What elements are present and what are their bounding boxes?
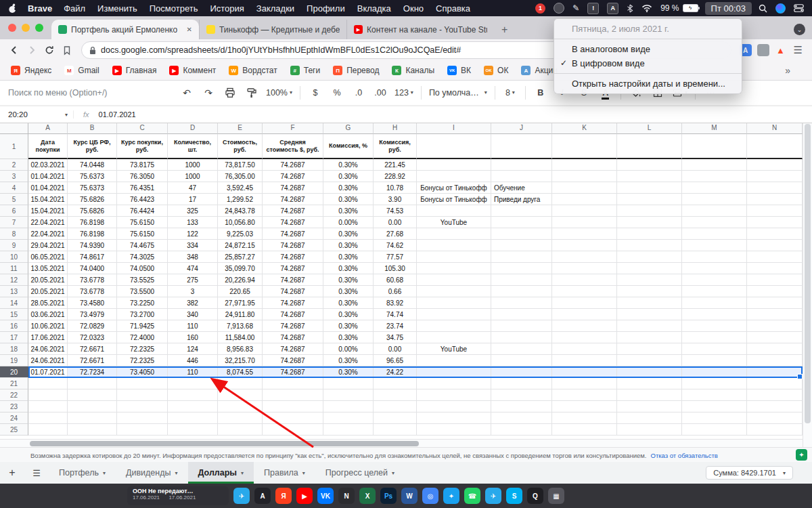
cell[interactable]: 1,299.52 xyxy=(218,194,263,205)
cell[interactable] xyxy=(682,424,747,436)
cell[interactable] xyxy=(747,286,803,297)
cell[interactable] xyxy=(682,297,747,309)
cell[interactable] xyxy=(747,217,803,228)
cell[interactable] xyxy=(552,205,617,217)
cell[interactable]: 34.75 xyxy=(374,332,417,343)
menubar-menu[interactable]: Файл xyxy=(58,3,91,14)
cell[interactable] xyxy=(68,389,117,401)
cell[interactable] xyxy=(682,251,747,263)
explore-button[interactable]: ✦ xyxy=(796,449,807,461)
cell[interactable] xyxy=(617,309,682,320)
forward-button[interactable] xyxy=(23,41,41,59)
bluetooth-icon[interactable] xyxy=(623,0,637,16)
notification-badge-icon[interactable]: 1 xyxy=(535,3,545,14)
cell[interactable] xyxy=(682,320,747,332)
cell[interactable] xyxy=(552,171,617,182)
cell[interactable]: 22.04.2021 xyxy=(28,228,68,240)
cell[interactable] xyxy=(682,205,747,217)
close-window-button[interactable] xyxy=(8,24,16,32)
cell[interactable]: 20,226.94 xyxy=(218,274,263,286)
cell[interactable] xyxy=(617,332,682,343)
cell[interactable] xyxy=(617,263,682,274)
row-header-18[interactable]: 18 xyxy=(0,343,28,355)
cell[interactable] xyxy=(417,263,491,274)
cell[interactable] xyxy=(417,424,491,436)
cell[interactable] xyxy=(552,134,617,159)
menubar-menu[interactable]: Справка xyxy=(430,3,476,14)
cell[interactable]: 474 xyxy=(168,263,218,274)
row-header-8[interactable]: 8 xyxy=(0,228,28,240)
cell[interactable] xyxy=(747,309,803,320)
cell[interactable] xyxy=(374,424,417,436)
more-formats-button[interactable]: 123 ▾ xyxy=(391,84,417,102)
column-header-N[interactable]: N xyxy=(747,122,803,134)
cell[interactable]: YouTube xyxy=(417,217,491,228)
skype-dock-icon[interactable]: S xyxy=(506,488,522,504)
cell[interactable]: 446 xyxy=(168,355,218,366)
cell[interactable]: 0.30% xyxy=(323,251,374,263)
clock-menu-item[interactable]: Пт 00:03 xyxy=(705,2,752,15)
horizontal-scrollbar-thumb[interactable] xyxy=(30,441,419,446)
cell[interactable] xyxy=(218,424,263,436)
cell[interactable] xyxy=(617,171,682,182)
cell[interactable] xyxy=(491,205,552,217)
row-header-16[interactable]: 16 xyxy=(0,320,28,332)
cell[interactable]: 83.92 xyxy=(374,297,417,309)
cell[interactable]: 73.5500 xyxy=(117,286,168,297)
cell[interactable]: 0.30% xyxy=(323,263,374,274)
zoom-window-button[interactable] xyxy=(35,24,43,32)
cell[interactable] xyxy=(552,240,617,251)
cell[interactable] xyxy=(682,171,747,182)
cell[interactable] xyxy=(168,424,218,436)
cell[interactable]: Курс покупки, руб. xyxy=(117,134,168,159)
chrome-dock-icon[interactable]: ◎ xyxy=(422,488,438,504)
cell[interactable] xyxy=(747,366,803,378)
cell[interactable] xyxy=(552,309,617,320)
cell[interactable]: 220.65 xyxy=(218,286,263,297)
cell[interactable]: 76.4423 xyxy=(117,194,168,205)
bookmark-item[interactable]: ▶Главная xyxy=(112,66,157,75)
cell[interactable] xyxy=(747,332,803,343)
cell[interactable]: 03.06.2021 xyxy=(28,309,68,320)
cell[interactable] xyxy=(617,343,682,355)
cell[interactable] xyxy=(374,401,417,412)
format-currency-button[interactable]: $ xyxy=(304,84,326,102)
excel-dock-icon[interactable]: X xyxy=(359,488,376,504)
cell[interactable] xyxy=(682,401,747,412)
cell[interactable]: 133 xyxy=(168,217,218,228)
telegram-2-dock-icon[interactable]: ✈ xyxy=(485,488,501,504)
cell[interactable] xyxy=(682,182,747,194)
cell[interactable]: 11,584.00 xyxy=(218,332,263,343)
cell[interactable]: 74.2687 xyxy=(263,355,323,366)
cell[interactable]: 75.6373 xyxy=(68,182,117,194)
column-header-G[interactable]: G xyxy=(323,122,374,134)
cell[interactable]: 0.30% xyxy=(323,355,374,366)
apple-menu-icon[interactable] xyxy=(8,3,17,14)
cell[interactable]: 24.22 xyxy=(374,366,417,378)
menu-item-datetime-settings[interactable]: Открыть настройки даты и времени... xyxy=(554,77,742,91)
cell[interactable]: 73.8175 xyxy=(117,159,168,171)
cell[interactable] xyxy=(552,263,617,274)
row-header-4[interactable]: 4 xyxy=(0,182,28,194)
cell[interactable] xyxy=(28,378,68,389)
cell[interactable] xyxy=(168,378,218,389)
cell[interactable] xyxy=(682,378,747,389)
cell[interactable]: 02.03.2021 xyxy=(28,159,68,171)
bookmark-item[interactable]: VKВК xyxy=(447,66,471,75)
cell[interactable] xyxy=(747,194,803,205)
menubar-menu[interactable]: Изменить xyxy=(91,3,143,14)
row-header-3[interactable]: 3 xyxy=(0,171,28,182)
cell[interactable]: 7,913.68 xyxy=(218,320,263,332)
cell[interactable] xyxy=(552,320,617,332)
cell[interactable] xyxy=(552,366,617,378)
column-header-I[interactable]: I xyxy=(417,122,491,134)
cell[interactable]: 13.05.2021 xyxy=(28,263,68,274)
cell[interactable] xyxy=(491,309,552,320)
cell[interactable]: 0.00 xyxy=(374,217,417,228)
browser-tab[interactable]: ▶Контент на канале - YouTube Stud xyxy=(346,20,494,39)
cell[interactable]: 0.30% xyxy=(323,171,374,182)
sheet-tab[interactable]: Дивиденды▾ xyxy=(116,462,188,484)
cell[interactable]: 32,215.70 xyxy=(218,355,263,366)
input-source-icon[interactable]: A xyxy=(607,3,618,14)
cell[interactable] xyxy=(491,159,552,171)
